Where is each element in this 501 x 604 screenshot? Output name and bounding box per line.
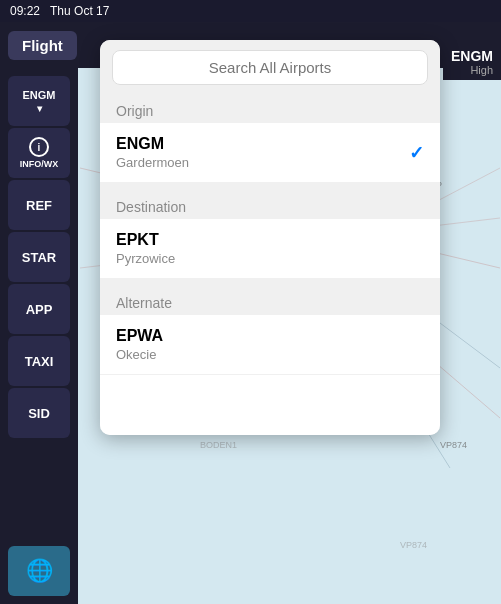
sidebar-item-ref[interactable]: REF	[8, 180, 70, 230]
infowx-label: INFO/WX	[20, 159, 59, 169]
engm-label: ENGM	[23, 89, 56, 101]
info-icon: i	[29, 137, 49, 157]
alternate-section-header: Alternate	[100, 287, 440, 315]
flight-button[interactable]: Flight	[8, 31, 77, 60]
status-time: 09:22	[10, 4, 40, 18]
alternate-airport-name: Okecie	[116, 347, 163, 362]
app-label: APP	[26, 302, 53, 317]
dropdown-bottom-spacer	[100, 375, 440, 435]
search-bar-container	[100, 40, 440, 95]
left-sidebar: ENGM ▾ i INFO/WX REF STAR APP TAXI SID 🌐	[0, 68, 78, 604]
section-divider-2	[100, 279, 440, 287]
taxi-label: TAXI	[25, 354, 54, 369]
sid-label: SID	[28, 406, 50, 421]
status-bar: 09:22 Thu Oct 17	[0, 0, 501, 22]
alternate-airport-info: EPWA Okecie	[116, 327, 163, 362]
sidebar-item-sid[interactable]: SID	[8, 388, 70, 438]
sidebar-item-star[interactable]: STAR	[8, 232, 70, 282]
destination-section-header: Destination	[100, 191, 440, 219]
ref-label: REF	[26, 198, 52, 213]
sidebar-globe-button[interactable]: 🌐	[8, 546, 70, 596]
destination-airport-item[interactable]: EPKT Pyrzowice	[100, 219, 440, 279]
origin-airport-item[interactable]: ENGM Gardermoen ✓	[100, 123, 440, 183]
origin-section-header: Origin	[100, 95, 440, 123]
star-label: STAR	[22, 250, 56, 265]
search-all-airports-input[interactable]	[112, 50, 428, 85]
sidebar-item-app[interactable]: APP	[8, 284, 70, 334]
origin-airport-code: ENGM	[116, 135, 189, 153]
origin-check-mark: ✓	[409, 142, 424, 164]
alternate-airport-item[interactable]: EPWA Okecie	[100, 315, 440, 375]
sidebar-item-taxi[interactable]: TAXI	[8, 336, 70, 386]
destination-airport-name: Pyrzowice	[116, 251, 175, 266]
airport-dropdown-panel: Origin ENGM Gardermoen ✓ Destination EPK…	[100, 40, 440, 435]
engm-chevron: ▾	[37, 103, 42, 114]
section-divider-1	[100, 183, 440, 191]
sidebar-item-infowx[interactable]: i INFO/WX	[8, 128, 70, 178]
globe-icon: 🌐	[26, 558, 53, 584]
origin-airport-name: Gardermoen	[116, 155, 189, 170]
destination-airport-info: EPKT Pyrzowice	[116, 231, 175, 266]
sidebar-item-engm[interactable]: ENGM ▾	[8, 76, 70, 126]
alternate-airport-code: EPWA	[116, 327, 163, 345]
destination-airport-code: EPKT	[116, 231, 175, 249]
dropdown-overlay: Origin ENGM Gardermoen ✓ Destination EPK…	[100, 30, 501, 604]
origin-airport-info: ENGM Gardermoen	[116, 135, 189, 170]
status-date: Thu Oct 17	[50, 4, 109, 18]
